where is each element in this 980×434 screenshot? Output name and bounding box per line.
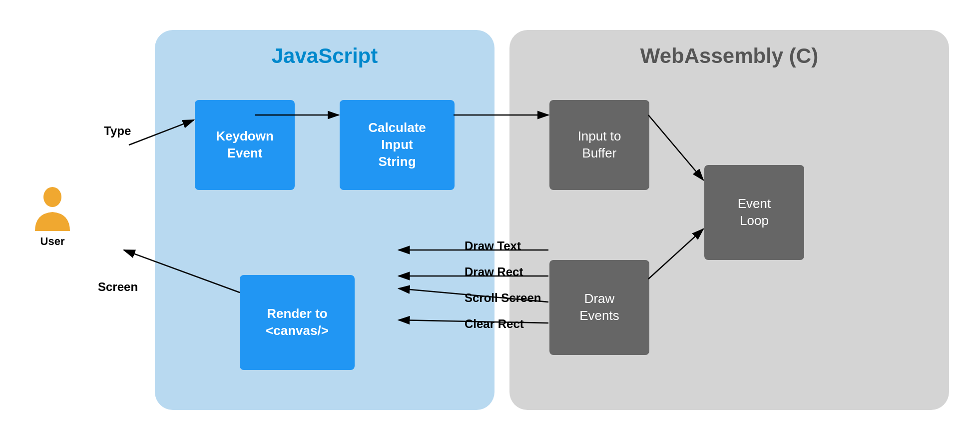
user-label: User [40, 235, 65, 248]
render-block: Render to<canvas/> [240, 275, 355, 370]
calc-input-block: CalculateInputString [340, 100, 455, 190]
keydown-event-label: KeydownEvent [216, 128, 274, 162]
keydown-event-block: KeydownEvent [195, 100, 295, 190]
js-box: JavaScript KeydownEvent CalculateInputSt… [155, 30, 494, 410]
clear-rect-label: Clear Rect [465, 317, 524, 331]
js-title: JavaScript [155, 44, 494, 68]
svg-point-0 [43, 187, 61, 207]
diagram-container: User JavaScript KeydownEvent CalculateIn… [0, 0, 980, 434]
type-label: Type [104, 124, 131, 138]
wasm-title: WebAssembly (C) [509, 44, 949, 68]
screen-label: Screen [98, 280, 138, 294]
draw-events-label: DrawEvents [579, 290, 619, 324]
draw-events-block: DrawEvents [549, 260, 649, 355]
render-label: Render to<canvas/> [266, 306, 329, 340]
wasm-box: WebAssembly (C) Input toBuffer DrawEvent… [509, 30, 949, 410]
calc-input-label: CalculateInputString [368, 120, 426, 170]
input-buffer-label: Input toBuffer [578, 128, 621, 162]
event-loop-label: EventLoop [738, 196, 771, 230]
user-section: User [30, 186, 75, 248]
draw-rect-label: Draw Rect [465, 265, 523, 279]
draw-text-label: Draw Text [465, 239, 521, 253]
event-loop-block: EventLoop [704, 165, 804, 260]
input-buffer-block: Input toBuffer [549, 100, 649, 190]
user-icon [30, 186, 75, 231]
scroll-screen-label: Scroll Screen [465, 291, 541, 305]
